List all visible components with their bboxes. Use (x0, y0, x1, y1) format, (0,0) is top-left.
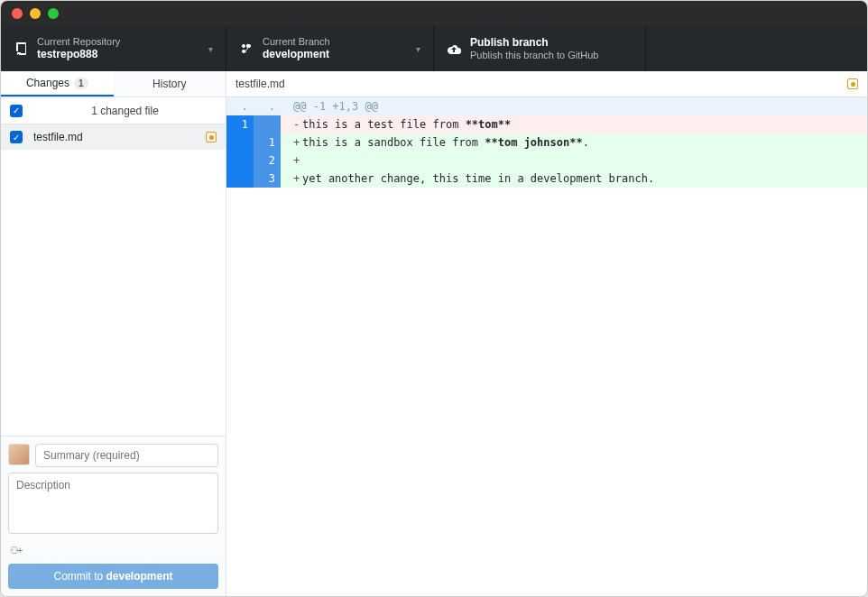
commit-button-prefix: Commit to (53, 570, 106, 583)
close-window-button[interactable] (12, 8, 23, 19)
branch-name: development (263, 48, 416, 60)
commit-button[interactable]: Commit to development (8, 564, 218, 589)
tab-changes[interactable]: Changes 1 (1, 71, 114, 96)
diff-hunk-header: ..@@ -1 +1,3 @@ (226, 97, 867, 115)
modified-icon (206, 132, 217, 142)
diff-line[interactable]: .2+ (226, 152, 867, 170)
toolbar-spacer (646, 26, 867, 71)
repo-icon (14, 41, 28, 56)
window-titlebar (1, 1, 867, 26)
publish-title: Publish branch (470, 36, 633, 49)
modified-icon (847, 78, 858, 89)
sidebar-spacer (1, 150, 226, 436)
tab-history[interactable]: History (114, 71, 226, 96)
diff-filename: testfile.md (235, 78, 847, 90)
changes-header: ✓ 1 changed file (1, 97, 226, 124)
diff-line[interactable]: .3+yet another change, this time in a de… (226, 170, 867, 188)
current-repository-dropdown[interactable]: Current Repository testrepo888 ▾ (1, 26, 226, 71)
main-toolbar: Current Repository testrepo888 ▾ Current… (1, 26, 867, 71)
chevron-down-icon: ▾ (208, 44, 213, 54)
current-branch-dropdown[interactable]: Current Branch development ▾ (226, 26, 434, 71)
commit-summary-input[interactable] (35, 444, 218, 467)
file-name-label: testfile.md (33, 131, 206, 143)
file-row[interactable]: ✓ testfile.md (1, 124, 226, 150)
add-coauthor-button[interactable]: ⚇+ (8, 543, 218, 556)
chevron-down-icon: ▾ (416, 44, 420, 54)
repo-label: Current Repository (37, 36, 208, 48)
branch-label: Current Branch (263, 36, 416, 48)
person-add-icon: ⚇+ (10, 545, 21, 556)
commit-description-input[interactable] (8, 473, 218, 534)
tab-history-label: History (152, 78, 186, 90)
app-window: Current Repository testrepo888 ▾ Current… (0, 0, 868, 597)
publish-branch-button[interactable]: Publish branch Publish this branch to Gi… (434, 26, 646, 71)
publish-subtitle: Publish this branch to GitHub (470, 50, 633, 61)
minimize-window-button[interactable] (30, 8, 41, 19)
sidebar-tabs: Changes 1 History (1, 71, 226, 97)
diff-pane: testfile.md ..@@ -1 +1,3 @@1.-this is a … (226, 71, 867, 596)
commit-button-branch: development (106, 570, 173, 583)
commit-panel: ⚇+ Commit to development (1, 436, 226, 596)
branch-icon (239, 41, 254, 56)
cloud-upload-icon (447, 41, 461, 56)
avatar (8, 444, 30, 465)
diff-body[interactable]: ..@@ -1 +1,3 @@1.-this is a test file fr… (226, 97, 867, 596)
repo-name: testrepo888 (37, 48, 208, 60)
sidebar: Changes 1 History ✓ 1 changed file ✓ tes… (1, 71, 226, 596)
fullscreen-window-button[interactable] (48, 8, 59, 19)
tab-changes-label: Changes (26, 77, 69, 89)
diff-line[interactable]: .1+this is a sandbox file from **tom joh… (226, 133, 867, 152)
main-body: Changes 1 History ✓ 1 changed file ✓ tes… (1, 71, 867, 596)
diff-line[interactable]: 1.-this is a test file from **tom** (226, 115, 867, 133)
changed-files-count: 1 changed file (33, 105, 217, 117)
file-checkbox[interactable]: ✓ (10, 131, 23, 143)
select-all-checkbox[interactable]: ✓ (10, 105, 23, 117)
diff-header: testfile.md (226, 71, 867, 97)
changes-count-badge: 1 (74, 78, 88, 89)
